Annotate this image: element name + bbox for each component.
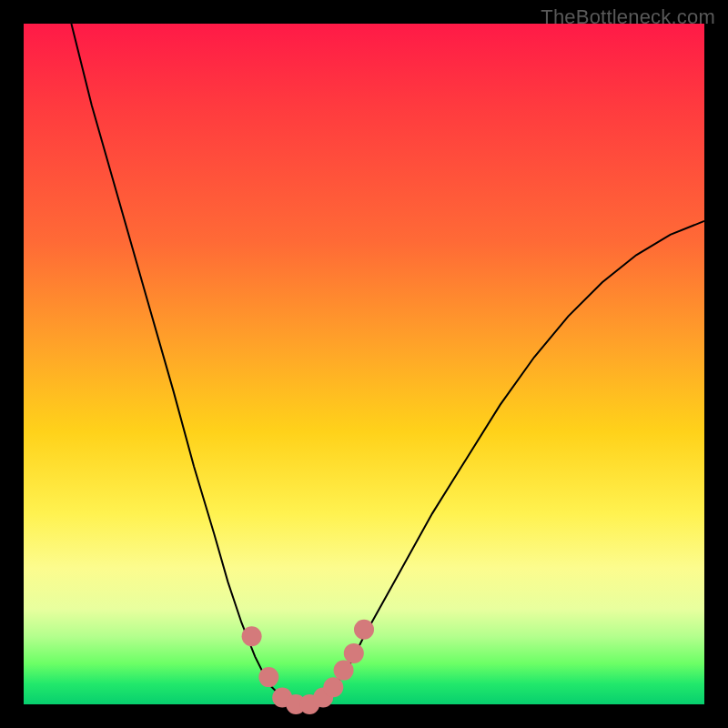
- marker-point: [334, 661, 354, 681]
- marker-point: [242, 626, 262, 646]
- bottleneck-curve: [71, 24, 704, 704]
- watermark-text: TheBottleneck.com: [541, 5, 715, 29]
- highlighted-points: [242, 620, 374, 714]
- chart-plot-area: [24, 24, 704, 704]
- marker-point: [258, 667, 278, 687]
- outer-frame: TheBottleneck.com: [0, 0, 728, 728]
- marker-point: [354, 620, 374, 640]
- chart-svg: [24, 24, 704, 704]
- marker-point: [344, 643, 364, 663]
- marker-point: [323, 677, 343, 697]
